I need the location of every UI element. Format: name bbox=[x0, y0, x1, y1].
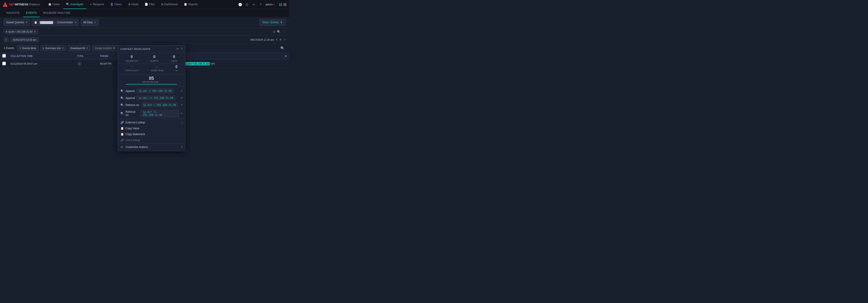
row-checkbox-cell bbox=[0, 60, 8, 68]
sub-nav: NAVIGATE EVENTS MALWARE ANALYSIS bbox=[0, 9, 289, 17]
row-type: ⊙ bbox=[75, 60, 98, 68]
events-meta-button[interactable]: ▽ Events Meta bbox=[17, 45, 39, 51]
filter-icons: ℹ 🔍 ⋮ bbox=[274, 30, 286, 33]
table-settings-icon[interactable]: ⚙ bbox=[285, 55, 287, 57]
search-icon: 🔍 bbox=[121, 90, 124, 93]
asset-risk-value: - bbox=[151, 65, 164, 68]
subnav-events[interactable]: EVENTS bbox=[23, 9, 39, 17]
brand-name: NETWITNESS Platform bbox=[9, 3, 40, 6]
scissors-icon[interactable]: ✂ bbox=[252, 2, 256, 6]
filter-tag-close[interactable]: ✕ bbox=[34, 30, 36, 33]
popup-header-icons: ✂ ? bbox=[177, 47, 182, 50]
action-append-neq[interactable]: 🔍 Append ip.dst != 192.168.31.60 ↗ bbox=[118, 95, 185, 101]
external-link-icon[interactable]: ↗ bbox=[180, 90, 182, 92]
filter-tag-icon: ≡ bbox=[6, 30, 7, 33]
subnav-malware[interactable]: MALWARE ANALYSIS bbox=[40, 9, 73, 17]
events-count: 1 Events bbox=[4, 46, 14, 50]
top-icon-1[interactable]: ⊟ bbox=[279, 2, 282, 7]
chevron-down-icon-6: ▼ bbox=[86, 47, 88, 49]
col-gear: ⚙ bbox=[283, 53, 289, 60]
chevron-down-icon-3: ▼ bbox=[94, 21, 96, 24]
popup-title: CONTEXT HIGHLIGHTS bbox=[121, 48, 150, 50]
grid-icon[interactable]: ⊡ bbox=[245, 2, 249, 6]
all-data-dropdown[interactable]: All Data ▼ bbox=[81, 19, 98, 26]
top-icon-2[interactable]: ⊠ bbox=[283, 2, 287, 7]
popup-stats-row2: - CRITICALITY - ASSET RISK 0 TI bbox=[118, 64, 185, 74]
more-options-icon[interactable]: ⋮ bbox=[283, 30, 286, 33]
chevron-down-icon-5: ▼ bbox=[62, 47, 64, 49]
asset-risk-label: ASSET RISK bbox=[151, 69, 164, 72]
filter-row: ≡ ip.all = 192.168.31.60 ✕ ℹ 🔍 ⋮ bbox=[0, 28, 289, 36]
nav-home[interactable]: 🏠 Home bbox=[45, 0, 62, 9]
nav-hosts[interactable]: 🖥 Hosts bbox=[125, 0, 141, 9]
create-incident-button[interactable]: Create Incident ▼ bbox=[92, 45, 118, 51]
network-bar bbox=[126, 84, 177, 85]
summary-highlight[interactable]: ip.dst=192.168.31.60 bbox=[184, 62, 210, 65]
events-toolbar-right: 🔍 bbox=[279, 46, 286, 50]
top-nav: NETWITNESS Platform 🏠 Home 🔍 Investigate… bbox=[0, 0, 289, 9]
row-expand-cell bbox=[283, 60, 289, 68]
search-icon-2: 🔍 bbox=[121, 97, 124, 100]
timeline-right: 09/17/2024 11:35 am ℹ ⚙ ∨ bbox=[250, 38, 286, 41]
nav-investigate[interactable]: 🔍 Investigate bbox=[63, 0, 86, 9]
subnav-navigate[interactable]: NAVIGATE bbox=[4, 9, 22, 17]
clock-icon[interactable]: 🕐 bbox=[238, 2, 242, 6]
stat-alerts: 0 ALERTS bbox=[150, 55, 159, 62]
nav-reports[interactable]: 📋 Reports bbox=[181, 0, 200, 9]
alerts-value: 0 bbox=[150, 55, 159, 59]
info-icon[interactable]: ℹ bbox=[274, 30, 275, 33]
action-append-eq[interactable]: 🔍 Append ip.dst = 192.168.31.60 ↗ bbox=[118, 88, 185, 95]
timeline-info-icon[interactable]: ℹ bbox=[276, 38, 277, 41]
stat-asset-risk: - ASSET RISK bbox=[151, 65, 164, 72]
summary-list-button[interactable]: ≡ Summary List ▼ bbox=[40, 45, 66, 51]
chevron-down-icon-7: ▼ bbox=[113, 47, 115, 49]
summary-text-after: | [P] bbox=[210, 62, 215, 65]
alerts-label: ALERTS bbox=[150, 60, 159, 62]
timeline-end-date: 09/17/2024 11:35 am bbox=[250, 38, 274, 41]
ti-value: 0 bbox=[176, 65, 178, 69]
row-checkbox[interactable] bbox=[2, 62, 6, 65]
incidents-value: 0 bbox=[126, 55, 138, 59]
filter-tag: ≡ ip.all = 192.168.31.60 ✕ bbox=[4, 29, 38, 34]
admin-menu[interactable]: admin › bbox=[266, 3, 274, 6]
help-icon[interactable]: ? bbox=[258, 2, 263, 6]
nav-right: 🕐 ⊡ ✂ ? admin › ⊟ ⊠ bbox=[238, 2, 287, 7]
search-filter-icon[interactable]: 🔍 bbox=[277, 30, 281, 33]
nav-users[interactable]: 👤 Users bbox=[107, 0, 124, 9]
filter-tag-value: ip.all = 192.168.31.60 bbox=[8, 30, 33, 33]
popup-header: CONTEXT HIGHLIGHTS ✂ ? bbox=[118, 45, 185, 53]
timeline-settings-icon[interactable]: ⚙ bbox=[279, 38, 282, 41]
stat-lists: 0 LISTS bbox=[171, 55, 177, 62]
brand: NETWITNESS Platform bbox=[3, 2, 40, 7]
saved-queries-dropdown[interactable]: Saved Queries ▼ bbox=[4, 19, 30, 26]
lists-label: LISTS bbox=[171, 60, 177, 62]
append-eq-query: ip.dst = 192.168.31.60 bbox=[136, 89, 174, 93]
popup-settings-icon[interactable]: ✂ bbox=[177, 47, 179, 50]
timeline-add-button[interactable]: + bbox=[4, 37, 8, 42]
table-search-icon[interactable]: 🔍 bbox=[279, 46, 286, 50]
network-label: NETWORK EXP... bbox=[120, 81, 183, 83]
toolbar-right: Show: Events ▼ bbox=[259, 19, 286, 26]
timeline-expand-icon[interactable]: ∨ bbox=[284, 38, 286, 41]
row-collection-time: 01/12/2016 05:39:07 pm bbox=[8, 60, 75, 68]
main-toolbar: Saved Queries ▼ 📋 ████████ - Concentrato… bbox=[0, 17, 289, 28]
external-link-icon-2[interactable]: ↗ bbox=[180, 97, 182, 99]
network-value: 85 bbox=[120, 76, 183, 81]
select-all-checkbox[interactable] bbox=[2, 54, 6, 58]
type-icon: ⊙ bbox=[77, 62, 82, 66]
timeline-start-date: 01/01/1970 12:22 am bbox=[10, 37, 39, 42]
context-popup: CONTEXT HIGHLIGHTS ✂ ? 0 INCIDENTS 0 ALE… bbox=[118, 45, 185, 101]
chevron-down-icon-4: ▼ bbox=[280, 21, 283, 24]
criticality-label: CRITICALITY bbox=[125, 69, 139, 72]
incidents-label: INCIDENTS bbox=[126, 60, 138, 62]
nav-respond[interactable]: ↩ Respond bbox=[87, 0, 106, 9]
popup-help-icon[interactable]: ? bbox=[181, 47, 182, 50]
show-events-button[interactable]: Show: Events ▼ bbox=[259, 19, 286, 26]
stat-incidents: 0 INCIDENTS bbox=[126, 55, 138, 62]
concentrator-dropdown[interactable]: 📋 ████████ - Concentrator ▼ bbox=[32, 19, 79, 26]
download-all-button[interactable]: Download All ▼ bbox=[68, 45, 91, 51]
popup-network: 85 NETWORK EXP... bbox=[118, 74, 185, 87]
nav-files[interactable]: 📄 Files bbox=[142, 0, 157, 9]
nav-dashboard[interactable]: ⊞ Dashboard bbox=[158, 0, 180, 9]
popup-stats-row: 0 INCIDENTS 0 ALERTS 0 LISTS bbox=[118, 53, 185, 64]
